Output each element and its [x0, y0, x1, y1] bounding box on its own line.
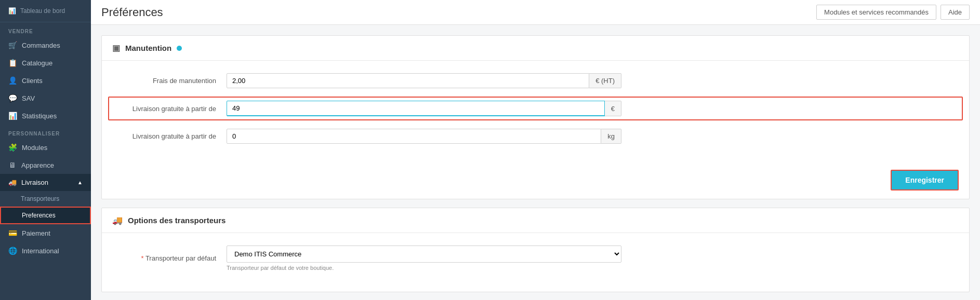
frais-manutention-row: Frais de manutention € (HT) — [112, 73, 959, 88]
transporteurs-body: * Transporteur par défaut Demo ITIS Comm… — [102, 233, 969, 292]
clients-label: Clients — [22, 77, 43, 85]
paiement-label: Paiement — [22, 229, 50, 237]
chevron-up-icon: ▲ — [77, 180, 83, 185]
livraison-prix-label: Livraison gratuite à partir de — [112, 105, 227, 113]
save-row: Enregistrer — [102, 165, 969, 199]
livraison-kg-row: Livraison gratuite à partir de kg — [112, 129, 959, 144]
save-button[interactable]: Enregistrer — [891, 170, 959, 190]
sidebar-item-livraison[interactable]: 🚚 Livraison ▲ — [0, 174, 91, 191]
sidebar-logo-label: Tableau de bord — [20, 7, 65, 15]
transporteurs-title: Options des transporteurs — [128, 216, 226, 225]
clients-icon: 👤 — [8, 76, 17, 85]
sidebar-logo[interactable]: 📊 Tableau de bord — [0, 0, 91, 22]
sidebar-item-international[interactable]: 🌐 International — [0, 242, 91, 260]
modules-services-button[interactable]: Modules et services recommandés — [816, 5, 936, 20]
livraison-label: Livraison — [21, 179, 48, 186]
sidebar-item-modules[interactable]: 🧩 Modules — [0, 139, 91, 156]
sidebar-section-personnaliser: PERSONNALISER — [0, 125, 91, 139]
transporteurs-header: 🚚 Options des transporteurs — [102, 208, 969, 233]
sidebar-item-commandes[interactable]: 🛒 Commandes — [0, 36, 91, 54]
manutention-header: ▣ Manutention — [102, 36, 969, 61]
livraison-prix-row: Livraison gratuite à partir de € — [108, 97, 963, 120]
livraison-icon: 🚚 — [8, 179, 17, 186]
modules-label: Modules — [22, 144, 47, 152]
page-title: Préférences — [101, 6, 163, 19]
manutention-icon: ▣ — [112, 43, 120, 53]
apparence-label: Apparence — [21, 161, 54, 169]
sidebar-item-sav[interactable]: 💬 SAV — [0, 89, 91, 107]
statistiques-label: Statistiques — [22, 112, 57, 120]
modules-icon: 🧩 — [8, 143, 17, 152]
sidebar: 📊 Tableau de bord VENDRE 🛒 Commandes 📋 C… — [0, 0, 91, 300]
content-area: ▣ Manutention Frais de manutention € (HT… — [91, 25, 980, 300]
sidebar-item-clients[interactable]: 👤 Clients — [0, 72, 91, 89]
livraison-kg-label: Livraison gratuite à partir de — [112, 132, 227, 140]
frais-manutention-input[interactable] — [227, 73, 589, 88]
dashboard-icon: 📊 — [8, 7, 16, 15]
transporteur-hint: Transporteur par défaut de votre boutiqu… — [227, 265, 621, 271]
international-label: International — [22, 247, 59, 255]
livraison-prix-addon: € — [605, 101, 621, 116]
sidebar-subitem-transporteurs[interactable]: Transporteurs — [0, 191, 91, 207]
sidebar-item-apparence[interactable]: 🖥 Apparence — [0, 156, 91, 174]
sidebar-item-catalogue[interactable]: 📋 Catalogue — [0, 54, 91, 72]
livraison-prix-input[interactable] — [227, 101, 605, 116]
catalogue-icon: 📋 — [8, 59, 17, 67]
frais-manutention-label: Frais de manutention — [112, 77, 227, 85]
aide-button[interactable]: Aide — [941, 5, 970, 20]
transporteur-select[interactable]: Demo ITIS Commerce Autre transporteur — [227, 246, 621, 263]
transporteurs-card: 🚚 Options des transporteurs * Transporte… — [101, 208, 970, 292]
sidebar-section-vendre: VENDRE — [0, 22, 91, 36]
statistiques-icon: 📊 — [8, 112, 17, 120]
livraison-kg-input[interactable] — [227, 129, 601, 144]
commandes-label: Commandes — [22, 42, 60, 49]
top-bar: Préférences Modules et services recomman… — [91, 0, 980, 25]
sidebar-item-statistiques[interactable]: 📊 Statistiques — [0, 107, 91, 125]
frais-input-group: € (HT) — [227, 73, 621, 88]
sav-label: SAV — [22, 94, 35, 102]
livraison-kg-input-group: kg — [227, 129, 621, 144]
transporteurs-label: Transporteurs — [21, 195, 59, 202]
sidebar-item-paiement[interactable]: 💳 Paiement — [0, 224, 91, 242]
sav-icon: 💬 — [8, 94, 17, 102]
manutention-body: Frais de manutention € (HT) Livraison gr… — [102, 61, 969, 165]
transporteur-defaut-row: * Transporteur par défaut Demo ITIS Comm… — [112, 246, 959, 271]
transporteur-select-wrapper: Demo ITIS Commerce Autre transporteur Tr… — [227, 246, 621, 271]
transporteurs-icon: 🚚 — [112, 215, 123, 225]
manutention-title: Manutention — [125, 44, 171, 52]
manutention-card: ▣ Manutention Frais de manutention € (HT… — [101, 35, 970, 199]
commandes-icon: 🛒 — [8, 41, 17, 49]
status-dot — [177, 46, 182, 51]
apparence-icon: 🖥 — [8, 161, 17, 169]
livraison-prix-input-group: € — [227, 101, 621, 116]
sidebar-subitem-preferences[interactable]: Preferences — [0, 207, 91, 224]
top-bar-actions: Modules et services recommandés Aide — [816, 5, 970, 20]
paiement-icon: 💳 — [8, 229, 17, 237]
transporteur-defaut-label: * Transporteur par défaut — [112, 254, 227, 262]
livraison-kg-addon: kg — [601, 129, 621, 144]
frais-addon: € (HT) — [589, 73, 621, 88]
preferences-label: Preferences — [22, 212, 56, 219]
international-icon: 🌐 — [8, 247, 17, 255]
main-content: Préférences Modules et services recomman… — [91, 0, 980, 300]
catalogue-label: Catalogue — [22, 59, 52, 67]
